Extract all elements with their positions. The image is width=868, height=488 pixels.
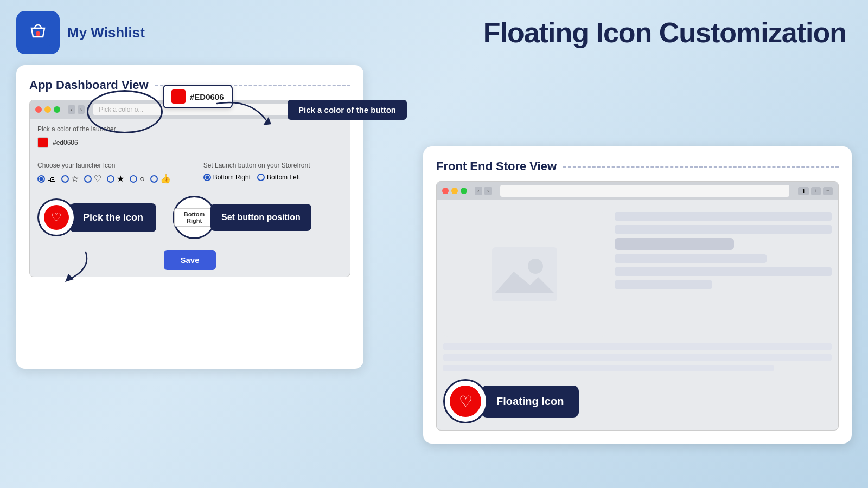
icon-section-label: Choose your launcher Icon [37, 162, 171, 169]
frontend-browser-mockup: ‹ › ⬆ + ≡ [436, 181, 839, 431]
page-title: Floating Icon Customization [483, 16, 846, 49]
position-preview-circle: Bottom Right [173, 196, 216, 239]
radio-bottom-right [203, 174, 211, 181]
floating-icon-button[interactable]: Floating Icon [481, 386, 579, 418]
frontend-dashed-line [563, 166, 839, 168]
radio-6 [150, 175, 158, 183]
browser-bar: ‹ › Pick a color o... ⬆ + ≡ [30, 100, 350, 119]
set-position-area: Bottom Right Set button position [173, 196, 311, 239]
header: My Wishlist Floating Icon Customization [0, 0, 868, 60]
pick-icon-button[interactable]: Pick the icon [70, 203, 156, 232]
section-divider-1 [37, 155, 342, 155]
dot-yellow[interactable] [44, 106, 51, 113]
icon-radio-4[interactable]: ★ [107, 174, 124, 184]
dashed-line [155, 85, 350, 86]
frontend-panel-title: Front End Store View [436, 159, 839, 174]
icon-symbol-heart: ♡ [94, 174, 101, 184]
text-line-btn [615, 238, 734, 250]
radio-bottom-left [257, 174, 265, 181]
frontend-browser-bar: ‹ › ⬆ + ≡ [437, 182, 838, 200]
store-image-placeholder [443, 212, 606, 337]
icon-radio-3[interactable]: ♡ [84, 174, 101, 184]
icon-section: Choose your launcher Icon 🛍 ☆ [37, 162, 171, 187]
dashboard-panel: App Dashboard View ‹ › Pick a color o...… [16, 65, 363, 369]
fe-dot-green[interactable] [461, 188, 467, 194]
dashboard-browser-mockup: ‹ › Pick a color o... ⬆ + ≡ Pick a color… [29, 100, 350, 277]
dashboard-browser-content: Pick a color of the launcher #ed0606 Cho… [30, 119, 350, 277]
fe-browser-menu[interactable]: ≡ [823, 187, 833, 195]
color-picker-row: Pick a color of the launcher [37, 125, 342, 133]
store-product-rows [443, 343, 832, 371]
icon-symbol-bag: 🛍 [47, 174, 56, 184]
store-layout [443, 212, 832, 337]
dashboard-panel-title: App Dashboard View [29, 78, 350, 92]
frontend-browser-dots [442, 188, 467, 194]
svg-point-5 [528, 259, 543, 274]
icon-position-row: Choose your launcher Icon 🛍 ☆ [37, 162, 342, 187]
fe-nav-forward[interactable]: › [484, 187, 492, 195]
icon-options: 🛍 ☆ ♡ ★ [37, 174, 171, 184]
fe-browser-bookmark[interactable]: + [811, 187, 821, 195]
store-browser-content: ♡ Floating Icon [437, 200, 838, 430]
nav-forward[interactable]: › [78, 105, 85, 114]
fe-browser-url-bar[interactable] [500, 185, 789, 197]
browser-actions: ⬆ + ≡ [310, 106, 344, 114]
floating-icon-circle: ♡ [443, 379, 488, 423]
radio-2 [61, 175, 69, 183]
text-line-2 [615, 225, 832, 234]
frontend-panel: Front End Store View ‹ › ⬆ + ≡ [423, 146, 852, 444]
icon-radio-2[interactable]: ☆ [61, 174, 79, 184]
color-swatch[interactable] [37, 137, 48, 148]
main-content: App Dashboard View ‹ › Pick a color o...… [0, 60, 868, 374]
save-button[interactable]: Save [164, 250, 215, 270]
icon-radio-heart-selected[interactable]: 🛍 [37, 174, 56, 184]
browser-nav: ‹ › [68, 105, 85, 114]
fe-browser-nav: ‹ › [475, 187, 492, 195]
dot-red[interactable] [35, 106, 42, 113]
position-bottom-left[interactable]: Bottom Left [257, 174, 300, 181]
icon-symbol-star: ☆ [71, 174, 79, 184]
color-value-row: #ed0606 [37, 137, 342, 148]
color-hex-display: #ed0606 [53, 139, 78, 146]
text-line-1 [615, 212, 832, 221]
browser-menu[interactable]: ≡ [335, 106, 344, 114]
browser-share[interactable]: ⬆ [310, 106, 321, 114]
position-section-label: Set Launch button on your Storefront [203, 162, 310, 169]
position-bottom-right[interactable]: Bottom Right [203, 174, 251, 181]
position-left-label: Bottom Left [267, 174, 300, 181]
browser-bookmark[interactable]: + [323, 106, 333, 114]
fe-browser-share[interactable]: ⬆ [798, 187, 809, 195]
icon-symbol-star2: ★ [117, 174, 124, 184]
fe-dot-red[interactable] [442, 188, 449, 194]
nav-back[interactable]: ‹ [68, 105, 75, 114]
svg-point-1 [36, 31, 40, 35]
position-preview-text: Bottom Right [174, 208, 214, 227]
icon-symbol-thumb: 👍 [160, 174, 171, 184]
text-line-4 [615, 267, 832, 276]
fe-nav-back[interactable]: ‹ [475, 187, 482, 195]
fe-dot-yellow[interactable] [451, 188, 458, 194]
dot-green[interactable] [54, 106, 60, 113]
logo-icon [24, 18, 52, 47]
product-row-2 [443, 354, 832, 361]
radio-3 [84, 175, 92, 183]
set-position-button[interactable]: Set button position [210, 204, 311, 231]
product-row-1 [443, 343, 832, 350]
icon-radio-5[interactable]: ○ [130, 174, 145, 184]
logo-area: My Wishlist [16, 11, 145, 54]
browser-dots [35, 106, 60, 113]
floating-icon-inner: ♡ [450, 386, 481, 417]
fe-browser-actions: ⬆ + ≡ [798, 187, 833, 195]
icon-preview-circle: ♡ [37, 198, 75, 236]
icon-radio-6[interactable]: 👍 [150, 174, 171, 184]
radio-selected [37, 175, 45, 183]
radio-4 [107, 175, 114, 183]
position-right-label: Bottom Right [213, 174, 251, 181]
app-name: My Wishlist [67, 24, 145, 41]
text-line-3 [615, 254, 767, 263]
color-label: Pick a color of the launcher [37, 125, 116, 133]
product-row-3 [443, 365, 774, 371]
browser-url-bar[interactable]: Pick a color o... [93, 104, 301, 115]
callout-row: ♡ Pick the icon Bottom Right Set button … [37, 196, 342, 239]
text-line-5 [615, 280, 712, 289]
